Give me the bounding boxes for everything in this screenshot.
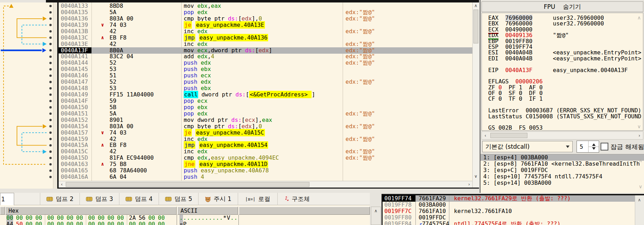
scroll-right-button[interactable]: › [637,132,642,139]
breakpoint-dot[interactable] [49,18,52,20]
breakpoint-dot[interactable] [49,24,52,26]
register-line[interactable]: CF 0 TF 0 IF 1 [488,96,643,102]
breakpoint-dot[interactable] [49,138,52,140]
breakpoint-dot[interactable] [49,68,52,71]
hex-header[interactable]: Hex [5,207,177,215]
disasm-row[interactable]: 0040A136803A 00cmp byte ptr ds:[edx],0ed… [59,16,472,22]
disasm-row[interactable]: 0040A15C42inc edxedx:"짪@" [59,148,472,155]
disasm-row[interactable]: 0040A163∧75 B8jne easy_unpackme.40A11D [59,161,472,167]
breakpoint-dot[interactable] [49,87,52,90]
breakpoint-dot[interactable] [49,62,52,64]
disasm-row[interactable]: 0040A16A6A 04push 4 [59,174,472,180]
dump-address-header[interactable] [0,207,5,215]
breakpoint-dot[interactable] [49,11,52,14]
disasm-row[interactable]: 0040A14553push ebx [59,66,472,72]
registers-list[interactable]: EAX 76960000 user32.76960000EBX 76960000… [481,13,643,131]
stack-scrollbar[interactable]: ∧ [635,195,644,225]
stack-row[interactable]: 0019FF800019FFDC [383,214,635,221]
register-line[interactable]: EDI 0040A04B <easy_unpackme.EntryPoint> [488,56,643,61]
tab-로컬[interactable]: |x=|로컬 [238,193,277,205]
register-line[interactable]: GS 002B FS 0053 [488,125,643,131]
breakpoint-dot[interactable] [49,43,52,45]
stack-arg-row[interactable]: 3: [esp+C] 0019FFDC [480,167,644,173]
calling-convention-dropdown[interactable]: 기본값 (stdcall) [482,141,573,152]
stack-arg-row[interactable]: 2: [esp+8] 7661FA10 <kernel32.BaseThread… [480,161,644,167]
disasm-horizontal-scrollbar[interactable]: ‹ › [59,181,472,188]
breakpoint-dot[interactable] [49,170,52,172]
breakpoint-dot[interactable] [49,113,52,115]
disasm-row[interactable]: 0040A16568 78A64000push easy_unpackme.40… [59,167,472,174]
breakpoint-dot[interactable] [49,106,52,109]
stack-row[interactable]: 0019FF78003BA000 [383,202,635,208]
stack-row[interactable]: 0019FF7C7661FA10kernel32.7661FA10 [383,208,635,214]
scroll-right-button[interactable]: › [466,181,472,188]
registers-scroll-up-icon[interactable]: ∧ [637,15,641,20]
stack-arg-row[interactable]: 4: [esp+10] 774575F4 ntdll.774575F4 [480,173,644,180]
breakpoint-dot[interactable] [49,131,52,134]
dump-empty-header[interactable] [239,207,370,215]
breakpoint-dot[interactable] [49,150,52,153]
disasm-row[interactable]: 0040A13C∧EB F8jmp easy_unpackme.40A136 [59,35,472,41]
disasm-row[interactable]: 0040A1338BD8mov ebx,eax [59,3,472,9]
disasm-row[interactable]: 0040A13F8B0Amov ecx,dword ptr ds:[edx]ed… [59,47,472,54]
scroll-thumb[interactable] [66,182,309,187]
stack-arg-row[interactable]: 1: [esp+4] 003BA000 [480,154,644,161]
tab-구조체[interactable]: 구조체 [277,193,317,205]
hide-fpu-button[interactable]: 숨기기 [563,3,581,11]
fpu-tab-label[interactable]: FPU [544,3,555,10]
disasm-row[interactable]: 0040A14452push edxedx:"짪@" [59,60,472,66]
scroll-left-button[interactable]: ‹ [59,181,65,188]
stack-arg-row[interactable]: 5: [esp+14] 003BA000 [480,180,644,186]
hex-dump-pane[interactable]: Hex ASCII 0000000000000000000000002A5600… [0,205,370,225]
breakpoint-dot[interactable] [49,75,52,77]
scroll-up-button[interactable]: ∧ [635,197,644,203]
disasm-row[interactable]: 0040A1515Apop edxedx:"짪@" [59,111,472,117]
stack-args-list[interactable]: 1: [esp+4] 003BA0002: [esp+8] 7661FA10 <… [480,154,644,193]
dump-row[interactable]: A4500000000000000000000000000000¤P......… [0,221,370,225]
breakpoint-dot[interactable] [49,30,52,32]
disasm-row[interactable]: 0040A15A∧EB F8jmp easy_unpackme.40A154 [59,142,472,148]
spinner-up-button[interactable] [589,141,599,147]
disasm-row[interactable]: 0040A1355Apop edxedx:"짪@" [59,9,472,16]
breakpoint-dot[interactable] [49,176,52,178]
disasm-row[interactable]: 0040A139∨74 03je easy_unpackme.40A13E [59,22,472,28]
tab-덤프-4[interactable]: 덤프 4 [119,193,159,205]
tab-덤프-5[interactable]: 덤프 5 [159,193,198,205]
tab-덤프-2[interactable]: 덤프 2 [40,193,79,205]
stack-row[interactable]: 0019FF84┌774575F4ntdll.774575F4로 반환 (출발:… [383,221,635,225]
disasm-row[interactable]: 0040A14651push ecx [59,72,472,79]
disasm-vertical-scrollbar[interactable]: ∧ ∨ [472,2,479,188]
disasm-row[interactable]: 0040A154803A 00cmp byte ptr ds:[edx],0ed… [59,123,472,130]
breakpoint-dot[interactable] [49,36,52,39]
ascii-header[interactable]: ASCII [177,207,238,215]
disasm-row[interactable]: 0040A14183C2 04add edx,4edx:"짪@" [59,53,472,60]
lock-checkbox[interactable] [601,143,608,150]
breakpoint-dot[interactable] [49,94,52,96]
scroll-up-button[interactable]: ∧ [371,208,380,214]
args-scroll-up-icon[interactable]: ∧ [639,158,642,163]
stack-pane[interactable]: 0019FF747661FA29kernel32.7661FA29로 반환 (출… [383,195,635,225]
breakpoint-dot[interactable] [49,100,52,102]
args-count-spinner[interactable]: 5 [577,141,599,153]
dump-row[interactable]: 0000000000000000000000002A560000........… [0,215,370,221]
disasm-row[interactable]: 0040A13E42inc edxedx:"짪@" [59,41,472,47]
breakpoint-dot[interactable] [49,81,52,83]
stack-row[interactable]: 0019FF747661FA29kernel32.7661FA29로 반환 (출… [383,195,635,202]
breakpoint-dot[interactable] [49,157,52,159]
register-line[interactable]: LastStatus C0150008 (STATUS_SXS_KEY_NOT_… [488,114,643,119]
scroll-left-button[interactable]: ‹ [483,132,488,139]
spinner-down-button[interactable] [589,147,599,153]
tab-덤프-3[interactable]: 덤프 3 [79,193,119,205]
registers-horizontal-scrollbar[interactable]: ‹ › [481,131,643,140]
breakpoint-dot[interactable] [49,125,52,128]
tab-주시-1[interactable]: 주시 1 [198,193,238,205]
breakpoint-dot[interactable] [49,144,52,147]
scroll-up-button[interactable]: ∧ [473,2,479,9]
registers-header-bar[interactable]: FPU 숨기기 [481,1,643,12]
disasm-row[interactable]: 0040A14752push edxedx:"짪@" [59,79,472,85]
disassembly-pane[interactable]: 0040A1338BD8mov ebx,eax0040A1355Apop edx… [59,2,472,181]
dump-scrollbar[interactable]: ∧ [371,207,381,225]
disasm-row[interactable]: 0040A1528901mov dword ptr ds:[ecx],eax [59,117,472,123]
tab-덤프-1[interactable]: 덤프 1 [0,193,14,205]
breakpoint-dot[interactable] [49,163,52,166]
